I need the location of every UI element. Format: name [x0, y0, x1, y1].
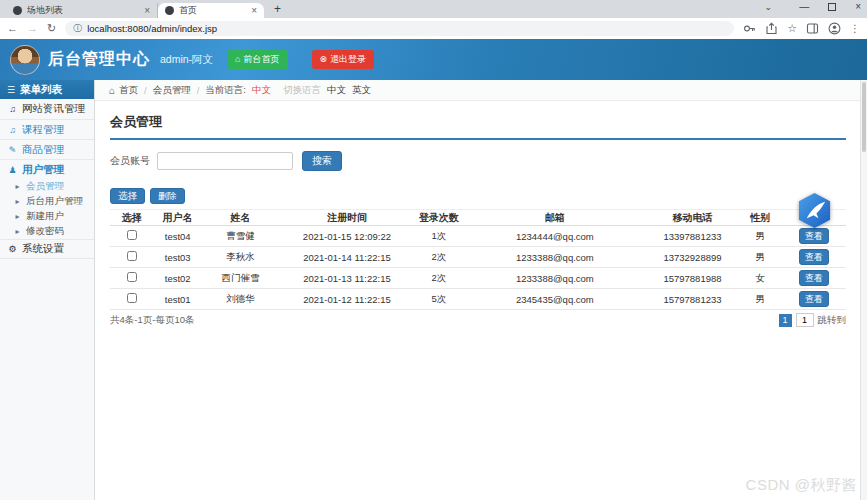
- sidebar-item-label: 新建用户: [26, 210, 64, 223]
- minimize-button[interactable]: —: [799, 1, 809, 12]
- sidebar-item-admin-users[interactable]: ▸后台用户管理: [0, 194, 94, 209]
- table-header-row: 选择用户名姓名注册时间登录次数邮箱移动电话性别操作: [110, 210, 846, 226]
- cell-name: 西门催雪: [202, 268, 279, 289]
- select-all-button[interactable]: 选择: [110, 188, 145, 204]
- cell-phone: 13732928899: [646, 247, 738, 268]
- browser-window: 场地列表 × 首页 × + ⌄ — × ← → ↻ ⓘ localhost:80…: [0, 0, 867, 500]
- user-icon: ♟: [7, 165, 18, 175]
- caret-icon: ▸: [13, 182, 22, 191]
- browser-menu-icon[interactable]: ⋮: [850, 23, 860, 34]
- cell-reg_time: 2021-01-12 11:22:15: [279, 289, 414, 310]
- view-button[interactable]: 查看: [799, 291, 829, 307]
- sidebar-item-label: 后台用户管理: [26, 195, 83, 208]
- forward-icon[interactable]: →: [27, 23, 38, 34]
- sidebar-item-goods[interactable]: ✎商品管理: [0, 139, 94, 159]
- page-number-button[interactable]: 1: [779, 314, 792, 327]
- sidebar-item-label: 修改密码: [26, 225, 64, 238]
- new-tab-button[interactable]: +: [274, 2, 281, 18]
- share-icon[interactable]: [765, 22, 778, 35]
- pagination-summary: 共4条-1页-每页10条: [110, 314, 194, 327]
- jump-page-input[interactable]: [796, 313, 814, 327]
- cell-logins: 2次: [415, 247, 464, 268]
- sidebar-item-courses[interactable]: ♫课程管理: [0, 119, 94, 139]
- maximize-button[interactable]: [828, 3, 836, 11]
- view-button[interactable]: 查看: [799, 249, 829, 265]
- column-header: 性别: [738, 210, 781, 226]
- sidebar-item-label: 商品管理: [22, 143, 64, 157]
- close-icon[interactable]: ×: [144, 6, 150, 16]
- tab-search-chevron-icon[interactable]: ⌄: [765, 2, 773, 12]
- profile-avatar-icon[interactable]: [828, 22, 841, 35]
- cell-username: test04: [153, 226, 202, 247]
- tab-title: 首页: [179, 4, 246, 17]
- logout-label: 退出登录: [330, 53, 366, 66]
- view-button[interactable]: 查看: [799, 270, 829, 286]
- cell-email: 1234444@qq.com: [463, 226, 646, 247]
- breadcrumb-section[interactable]: 会员管理: [153, 84, 191, 97]
- cell-phone: 15797881233: [646, 289, 738, 310]
- side-panel-icon[interactable]: [806, 22, 819, 35]
- site-info-icon[interactable]: ⓘ: [73, 22, 82, 35]
- back-icon[interactable]: ←: [7, 23, 18, 34]
- breadcrumb: ⌂ 首页 会员管理 当前语言: 中文 切换语言 中文 英文: [95, 80, 860, 101]
- language-option-zh[interactable]: 中文: [327, 84, 346, 97]
- thunder-download-overlay-icon[interactable]: [797, 192, 832, 233]
- sidebar-item-site-news[interactable]: ♫网站资讯管理: [0, 99, 94, 119]
- csdn-watermark: CSDN @秋野酱: [746, 476, 857, 495]
- table-row: test02西门催雪2021-01-13 11:22:152次1233388@q…: [110, 268, 846, 289]
- sidebar-item-members[interactable]: ▸会员管理: [0, 179, 94, 194]
- reload-icon[interactable]: ↻: [47, 23, 56, 34]
- window-controls: ⌄ — ×: [765, 1, 861, 12]
- main-content: ⌂ 首页 会员管理 当前语言: 中文 切换语言 中文 英文 会员管理 会员账号 …: [95, 80, 860, 500]
- close-icon[interactable]: ×: [251, 6, 257, 16]
- music-note-icon: ♫: [7, 125, 18, 135]
- frontend-home-label: 前台首页: [244, 53, 280, 66]
- frontend-home-button[interactable]: ⌂ 前台首页: [227, 50, 287, 69]
- language-option-en[interactable]: 英文: [352, 84, 371, 97]
- scrollbar-thumb[interactable]: [862, 82, 866, 152]
- toolbar-icons: ☆ ⋮: [743, 22, 860, 35]
- cell-email: 2345435@qq.com: [463, 289, 646, 310]
- member-account-input[interactable]: [157, 152, 293, 170]
- cell-phone: 13397881233: [646, 226, 738, 247]
- sidebar-item-change-pwd[interactable]: ▸修改密码: [0, 224, 94, 239]
- cell-name: 刘德华: [202, 289, 279, 310]
- row-checkbox[interactable]: [127, 272, 137, 282]
- pagination: 共4条-1页-每页10条 1 跳转到: [110, 313, 846, 327]
- browser-tab-home[interactable]: 首页 ×: [158, 3, 264, 18]
- column-header: 登录次数: [415, 210, 464, 226]
- row-checkbox[interactable]: [127, 251, 137, 261]
- row-checkbox[interactable]: [127, 293, 137, 303]
- browser-tab-venues[interactable]: 场地列表 ×: [6, 3, 158, 18]
- password-key-icon[interactable]: [743, 22, 756, 35]
- bookmark-star-icon[interactable]: ☆: [787, 23, 797, 34]
- member-management-panel: 会员管理 会员账号 搜索 选择 删除 选择: [95, 101, 860, 327]
- menu-icon: ☰: [7, 85, 15, 95]
- member-account-label: 会员账号: [110, 154, 150, 168]
- close-window-button[interactable]: ×: [855, 1, 861, 12]
- breadcrumb-separator: [144, 85, 147, 96]
- logout-button[interactable]: ⊗ 退出登录: [312, 50, 375, 69]
- breadcrumb-home[interactable]: 首页: [119, 84, 138, 97]
- cell-phone: 15797881988: [646, 268, 738, 289]
- pencil-icon: ✎: [7, 145, 18, 155]
- app-title: 后台管理中心: [48, 49, 150, 70]
- sidebar-nav: ♫网站资讯管理♫课程管理✎商品管理♟用户管理▸会员管理▸后台用户管理▸新建用户▸…: [0, 99, 94, 259]
- caret-icon: ▸: [13, 212, 22, 221]
- delete-button[interactable]: 删除: [150, 188, 185, 204]
- address-bar[interactable]: ⓘ localhost:8080/admin/index.jsp: [65, 21, 734, 36]
- breadcrumb-separator: [197, 85, 200, 96]
- sidebar-item-users[interactable]: ♟用户管理: [0, 159, 94, 179]
- search-button[interactable]: 搜索: [302, 151, 342, 171]
- caret-icon: ▸: [13, 197, 22, 206]
- tab-strip: 场地列表 × 首页 × + ⌄ — ×: [0, 0, 867, 18]
- sidebar-item-settings[interactable]: ⚙系统设置: [0, 239, 94, 259]
- column-header: 移动电话: [646, 210, 738, 226]
- sidebar-item-new-user[interactable]: ▸新建用户: [0, 209, 94, 224]
- cell-email: 1233388@qq.com: [463, 268, 646, 289]
- page-scrollbar[interactable]: [860, 80, 867, 500]
- row-checkbox[interactable]: [127, 230, 137, 240]
- cell-name: 曹雪健: [202, 226, 279, 247]
- sidebar-item-label: 课程管理: [22, 123, 64, 137]
- table-row: test01刘德华2021-01-12 11:22:155次2345435@qq…: [110, 289, 846, 310]
